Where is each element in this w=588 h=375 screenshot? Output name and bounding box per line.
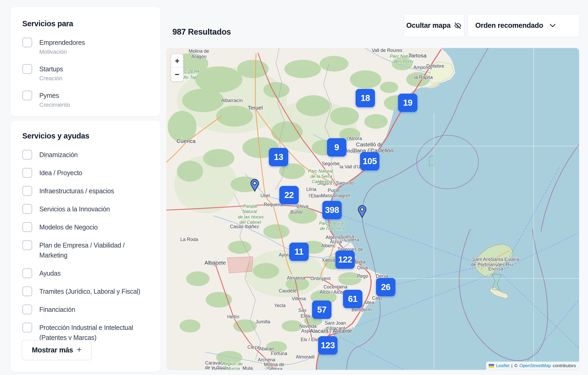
map-cluster-9[interactable]: 9 <box>327 138 346 157</box>
map-place-label: Hellín <box>227 314 239 320</box>
checkbox[interactable] <box>22 222 32 232</box>
map-place-label: Ontinyent <box>310 276 330 281</box>
filter-option-ayudas[interactable]: Ayudas <box>22 268 149 278</box>
map-place-label: Chiva <box>296 204 308 209</box>
map-place-label: Vall de Roures <box>372 48 402 53</box>
map-cluster-11[interactable]: 11 <box>289 243 309 261</box>
filter-label: Ayudas <box>39 268 61 278</box>
map-place-label: Pego <box>357 274 368 279</box>
checkbox[interactable] <box>22 304 32 314</box>
filter-label: Idea / Proyecto <box>39 168 82 178</box>
map-place-label: Murcia <box>226 366 240 370</box>
checkbox[interactable] <box>22 186 32 196</box>
show-more-button[interactable]: Mostrar más + <box>22 340 92 360</box>
map-cluster-123[interactable]: 123 <box>318 336 337 355</box>
filter-label: Startups <box>39 64 63 74</box>
hide-map-button[interactable]: Ocultar mapa <box>404 14 464 37</box>
chevron-down-icon <box>550 24 556 27</box>
map-place-label: Utiel <box>260 193 270 199</box>
map-place-label: Parque <box>243 204 258 209</box>
filter-label: Emprendedores <box>39 38 85 47</box>
map[interactable]: Molina deAragónTeruelAlbarracínCuencaVal… <box>166 48 579 370</box>
filter-label: Tramites (Jurídico, Laboral y Fiscal) <box>39 286 140 296</box>
checkbox[interactable] <box>22 150 32 160</box>
filter-label: Protección Industrial e Intelectual (Pat… <box>39 323 149 342</box>
map-place-label: Villena <box>292 296 306 302</box>
map-place-label: l'Alcora <box>347 136 362 141</box>
checkbox[interactable] <box>22 323 32 333</box>
filter-option-pymes[interactable]: PymesCrecimiento <box>22 90 149 109</box>
map-place-label: Yecla <box>274 303 285 308</box>
filter-items: EmprendedoresMotivaciónStartupsCreaciónP… <box>22 38 149 109</box>
map-cluster-18[interactable]: 18 <box>356 89 375 107</box>
filter-option-servicios-a-la-innovacio-n[interactable]: Servicios a la Innovación <box>22 204 149 214</box>
map-cluster-22[interactable]: 22 <box>279 186 299 204</box>
filter-option-emprendedores[interactable]: EmprendedoresMotivación <box>22 38 149 56</box>
checkbox[interactable] <box>22 64 32 74</box>
checkbox[interactable] <box>22 240 32 250</box>
checkbox[interactable] <box>22 268 32 278</box>
zoom-in-button[interactable]: + <box>171 54 183 68</box>
map-place-label: de l'Albufera <box>320 226 345 231</box>
sort-dropdown[interactable]: Orden recomendado <box>468 14 580 37</box>
checkbox[interactable] <box>22 168 32 178</box>
filter-option-financiacio-n[interactable]: Financiación <box>22 304 149 314</box>
ukraine-flag-icon <box>489 364 494 368</box>
filter-option-dinamizacio-n[interactable]: Dinamización <box>22 150 149 160</box>
map-place-label: Parc Natural <box>308 169 333 174</box>
map-place-label: Sant Joan <box>325 320 346 326</box>
results-count: 987 Resultados <box>172 27 231 37</box>
sort-selected-label: Orden recomendado <box>475 22 543 30</box>
checkbox[interactable] <box>22 204 32 214</box>
filter-option-proteccio-n-industrial-e-intelectual-patentes-y-marcas[interactable]: Protección Industrial e Intelectual (Pat… <box>22 323 149 342</box>
map-cluster-26[interactable]: 26 <box>376 278 395 296</box>
map-cluster-105[interactable]: 105 <box>360 152 379 170</box>
map-place-label: Almoradí <box>296 354 315 360</box>
map-place-label: Sax <box>298 308 306 313</box>
map-cluster-13[interactable]: 13 <box>269 148 288 166</box>
map-attribution: Leaflet | © OpenStreetMap contributors <box>486 362 579 370</box>
filter-label: Infraestructuras / espacios <box>39 186 114 196</box>
filter-option-startups[interactable]: StartupsCreación <box>22 64 149 82</box>
filter-option-plan-de-empresa-viabilidad-marketing[interactable]: Plan de Empresa / Viabilidad / Marketing <box>22 240 149 260</box>
filter-sublabel: Creación <box>39 74 63 82</box>
map-pin-marker[interactable] <box>358 205 367 218</box>
map-place-label: del Cabriel <box>239 220 261 225</box>
map-place-label: Castelló de <box>356 141 383 148</box>
map-cluster-61[interactable]: 61 <box>343 290 362 308</box>
map-cluster-57[interactable]: 57 <box>312 301 331 319</box>
zoom-out-button[interactable]: − <box>171 68 183 81</box>
filter-label: Dinamización <box>39 150 78 160</box>
openstreetmap-link[interactable]: OpenStreetMap <box>519 363 551 368</box>
map-place-label: Molina de <box>189 49 209 54</box>
map-place-label: Albacete <box>204 260 226 266</box>
leaflet-link[interactable]: Leaflet <box>496 363 509 368</box>
map-place-label: de las Hoces <box>238 215 264 220</box>
map-place-label: Caudete <box>279 288 297 294</box>
checkbox[interactable] <box>22 286 32 296</box>
map-place-label: Alto Tajo <box>181 75 198 80</box>
map-pin-marker[interactable] <box>250 179 259 192</box>
filter-option-idea-proyecto[interactable]: Idea / Proyecto <box>22 168 149 178</box>
map-place-label: Buñol <box>290 210 302 215</box>
map-place-label: Región de <box>222 361 243 367</box>
plus-icon: + <box>77 345 82 355</box>
map-place-label: Fortuna <box>271 351 287 356</box>
filter-option-infraestructuras-espacios[interactable]: Infraestructuras / espacios <box>22 186 149 196</box>
map-place-label: de la Serra <box>310 174 332 179</box>
checkbox[interactable] <box>22 90 32 100</box>
map-place-label: Sueca <box>340 234 354 239</box>
filter-option-modelos-de-negocio[interactable]: Modelos de Negocio <box>22 222 149 232</box>
filter-label: Modelos de Negocio <box>39 222 98 232</box>
checkbox[interactable] <box>22 38 32 47</box>
map-place-label: Alacant / Alicante <box>310 328 352 334</box>
hide-map-label: Ocultar mapa <box>406 22 451 30</box>
map-place-label: Mula <box>242 366 253 370</box>
map-place-label: Llíria <box>306 187 316 192</box>
map-cluster-122[interactable]: 122 <box>335 250 355 269</box>
filter-label: Financiación <box>39 304 75 314</box>
filter-option-tramites-juri-dico-laboral-y-fiscal[interactable]: Tramites (Jurídico, Laboral y Fiscal) <box>22 286 149 296</box>
map-cluster-398[interactable]: 398 <box>322 201 342 219</box>
map-place-label: Segura <box>267 366 282 370</box>
map-cluster-19[interactable]: 19 <box>398 94 417 112</box>
